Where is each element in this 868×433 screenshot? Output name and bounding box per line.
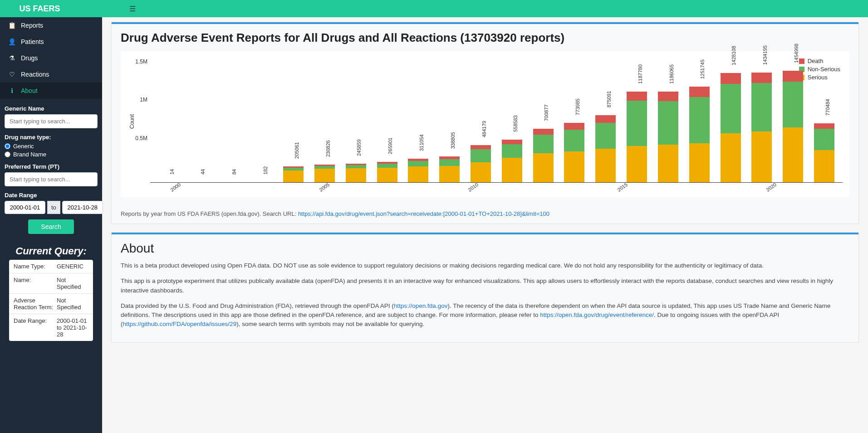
- date-to-input[interactable]: [62, 201, 103, 214]
- y-axis: Count 0.5M1M1.5M: [128, 60, 150, 183]
- query-row: Adverse Reaction Term:Not Specified: [9, 294, 93, 314]
- bar-total-label: 1434195: [762, 45, 768, 65]
- bar-total-label: 205061: [294, 142, 299, 159]
- bar-seg-serious: [814, 150, 834, 182]
- chart-title: Drug Adverse Event Reports for All Drugs…: [121, 31, 849, 45]
- bar-2014[interactable]: 875091: [592, 115, 619, 182]
- nav-item-about[interactable]: ℹAbout: [0, 83, 102, 99]
- bar-2018[interactable]: 1428108: [717, 73, 745, 182]
- query-row: Name Type:GENERIC: [9, 260, 93, 273]
- nav-item-drugs[interactable]: ⚗Drugs: [0, 50, 102, 66]
- bar-seg-non-serious: [658, 101, 678, 145]
- bar-seg-death: [471, 145, 491, 149]
- about-icon: ℹ: [8, 87, 15, 94]
- preferred-term-input[interactable]: [5, 172, 98, 186]
- x-axis: 20002005201020152020: [155, 183, 815, 196]
- bar-total-label: 265901: [387, 137, 393, 154]
- bar-total-label: 558583: [513, 115, 518, 132]
- chart-card: Drug Adverse Event Reports for All Drugs…: [111, 22, 859, 224]
- radio-brand[interactable]: [5, 151, 10, 157]
- nav-label: Reactions: [21, 71, 49, 78]
- bar-total-label: 1454998: [794, 44, 799, 63]
- current-query-box: Name Type:GENERICName:Not SpecifiedAdver…: [9, 260, 93, 341]
- about-p2: This app is a prototype experiment that …: [121, 277, 849, 295]
- bar-2015[interactable]: 1187780: [623, 92, 651, 182]
- bar-total-label: 773985: [575, 99, 580, 116]
- radio-generic-label: Generic: [13, 143, 34, 150]
- bar-2017[interactable]: 1251745: [686, 87, 713, 182]
- query-key: Date Range:: [14, 317, 57, 338]
- sidebar: 📋Reports👤Patients⚗Drugs♡ReactionsℹAbout …: [0, 17, 102, 433]
- about-link-openfda[interactable]: https://open.fda.gov: [394, 302, 448, 309]
- bar-seg-death: [783, 71, 803, 82]
- about-link-reference[interactable]: https://open.fda.gov/drug/event/referenc…: [540, 311, 654, 318]
- bar-2013[interactable]: 773985: [561, 123, 588, 182]
- nav-label: About: [21, 87, 38, 94]
- bar-seg-death: [595, 115, 616, 123]
- current-query-heading: Current Query:: [5, 245, 98, 257]
- bar-total-label: 245859: [356, 139, 362, 156]
- bar-seg-non-serious: [595, 123, 616, 149]
- bar-total-label: 84: [231, 169, 237, 175]
- chart[interactable]: DeathNon-SeriousSerious Count 0.5M1M1.5M…: [121, 51, 849, 197]
- bar-total-label: 338805: [450, 132, 456, 149]
- drugs-icon: ⚗: [8, 54, 15, 62]
- bar-2020[interactable]: 1454998: [779, 71, 807, 182]
- bar-seg-death: [751, 73, 772, 83]
- bar-seg-non-serious: [751, 83, 772, 131]
- bar-2011[interactable]: 558583: [498, 140, 526, 182]
- generic-name-input[interactable]: [5, 114, 98, 128]
- nav-item-reports[interactable]: 📋Reports: [0, 17, 102, 34]
- reactions-icon: ♡: [8, 71, 15, 78]
- query-value: 2000-01-01 to 2021-10-28: [57, 317, 88, 338]
- bar-total-label: 700877: [544, 104, 549, 121]
- bar-total-label: 1187780: [638, 64, 643, 84]
- preferred-term-label: Preferred Term (PT): [5, 163, 98, 170]
- drug-name-type-label: Drug name type:: [5, 134, 98, 141]
- bar-seg-non-serious: [439, 159, 460, 166]
- search-button[interactable]: Search: [28, 219, 74, 234]
- generic-name-label: Generic Name: [5, 105, 98, 112]
- date-from-input[interactable]: [5, 201, 45, 214]
- query-key: Name:: [14, 277, 57, 290]
- bar-seg-death: [689, 87, 710, 97]
- bar-seg-non-serious: [564, 130, 584, 151]
- bar-total-label: 311054: [419, 134, 424, 151]
- about-heading: About: [121, 241, 849, 256]
- nav-item-patients[interactable]: 👤Patients: [0, 34, 102, 50]
- bar-seg-non-serious: [783, 82, 803, 127]
- bar-seg-non-serious: [627, 101, 647, 146]
- y-tick: 1.5M: [135, 58, 147, 65]
- bar-2019[interactable]: 1434195: [748, 73, 775, 182]
- bar-seg-serious: [783, 127, 803, 183]
- bar-total-label: 44: [200, 169, 206, 175]
- bar-total-label: 484179: [481, 121, 487, 138]
- radio-brand-label: Brand Name: [13, 151, 46, 158]
- bar-2012[interactable]: 700877: [530, 129, 557, 182]
- query-row: Date Range:2000-01-01 to 2021-10-28: [9, 314, 93, 341]
- nav-label: Reports: [21, 22, 43, 29]
- hamburger-icon[interactable]: ☰: [109, 5, 136, 13]
- radio-generic[interactable]: [5, 143, 10, 149]
- bar-total-label: 1251745: [700, 59, 705, 79]
- bar-seg-non-serious: [502, 144, 522, 158]
- bar-seg-non-serious: [721, 84, 741, 133]
- query-value: GENERIC: [57, 263, 88, 270]
- bar-seg-non-serious: [471, 149, 491, 162]
- nav-label: Drugs: [21, 54, 38, 62]
- bar-seg-serious: [751, 131, 772, 182]
- about-p3: Data provided by the U.S. Food and Drug …: [121, 302, 849, 329]
- bar-seg-non-serious: [408, 161, 428, 167]
- caption-link[interactable]: https://api.fda.gov/drug/event.json?sear…: [298, 210, 549, 217]
- about-link-github[interactable]: https://github.com/FDA/openfda/issues/29: [123, 321, 237, 327]
- bar-2021[interactable]: 770484: [810, 123, 838, 182]
- query-value: Not Specified: [57, 297, 88, 311]
- bar-seg-death: [814, 123, 834, 129]
- bar-seg-non-serious: [533, 135, 554, 153]
- query-row: Name:Not Specified: [9, 273, 93, 294]
- bar-total-label: 875091: [606, 91, 612, 108]
- bar-2016[interactable]: 1186065: [654, 92, 682, 182]
- bar-total-label: 770484: [825, 99, 830, 116]
- nav-item-reactions[interactable]: ♡Reactions: [0, 66, 102, 83]
- bar-seg-death: [564, 123, 584, 130]
